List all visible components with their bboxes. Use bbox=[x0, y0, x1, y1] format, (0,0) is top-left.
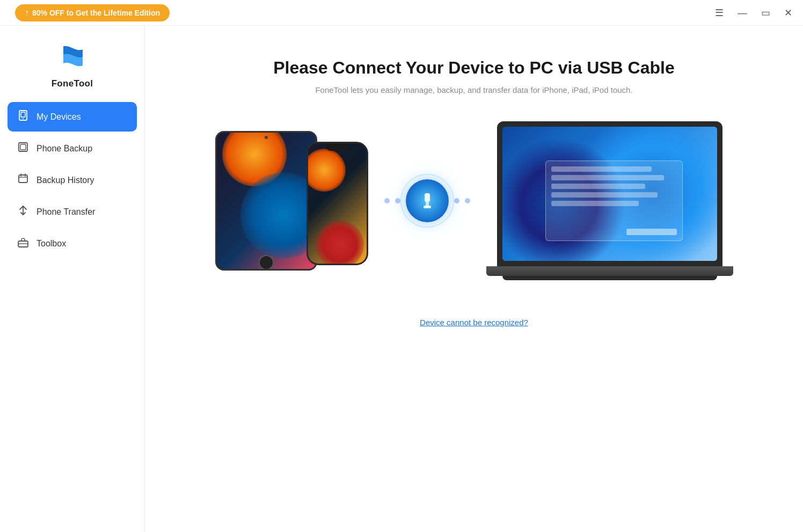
menu-button[interactable]: ☰ bbox=[713, 7, 726, 19]
app-window-row-1 bbox=[551, 166, 652, 172]
usb-icon-svg bbox=[418, 191, 437, 210]
phone-transfer-icon bbox=[17, 205, 29, 219]
my-devices-icon bbox=[17, 110, 29, 124]
sidebar-item-phone-backup[interactable]: Phone Backup bbox=[8, 134, 137, 163]
logo-area: FoneTool bbox=[0, 26, 144, 102]
maximize-button[interactable]: ▭ bbox=[759, 7, 772, 19]
sidebar-item-toolbox-label: Toolbox bbox=[36, 239, 66, 249]
phone-backup-icon bbox=[17, 141, 29, 156]
page-subtitle: FoneTool lets you easily manage, backup,… bbox=[315, 85, 632, 94]
connector-dot-3 bbox=[454, 198, 459, 203]
svg-rect-14 bbox=[424, 206, 431, 208]
nav-list: My Devices Phone Backup bbox=[0, 102, 144, 258]
win11-wallpaper bbox=[502, 127, 717, 261]
sidebar-item-phone-transfer[interactable]: Phone Transfer bbox=[8, 197, 137, 227]
ipad-camera bbox=[265, 136, 268, 139]
iphone-notch bbox=[325, 143, 349, 151]
connector-dot-1 bbox=[384, 198, 390, 203]
main-content: Please Connect Your Device to PC via USB… bbox=[145, 26, 803, 532]
ipad-device bbox=[215, 131, 317, 271]
connector-dot-4 bbox=[465, 198, 470, 203]
device-cannot-be-recognized-link[interactable]: Device cannot be recognized? bbox=[420, 318, 528, 327]
svg-rect-13 bbox=[426, 202, 429, 207]
ipad-screen bbox=[217, 133, 316, 269]
usb-connector-icon bbox=[406, 179, 449, 222]
laptop-bottom bbox=[502, 276, 717, 280]
sidebar-item-phone-backup-label: Phone Backup bbox=[36, 144, 92, 154]
app-body: FoneTool My Devices bbox=[0, 26, 803, 532]
connector-dot-2 bbox=[395, 198, 400, 203]
connector-area bbox=[384, 179, 470, 222]
svg-rect-5 bbox=[20, 144, 26, 150]
promo-label: 80% OFF to Get the Lifetime Edition bbox=[32, 9, 160, 17]
ipad-home-button bbox=[259, 255, 274, 270]
sidebar-item-phone-transfer-label: Phone Transfer bbox=[36, 207, 95, 217]
sidebar-item-backup-history-label: Backup History bbox=[36, 176, 94, 185]
device-group bbox=[215, 131, 368, 271]
title-bar: ↑ 80% OFF to Get the Lifetime Edition ☰ … bbox=[0, 0, 803, 26]
app-window-row-4 bbox=[551, 192, 658, 198]
illustration bbox=[232, 121, 716, 280]
svg-rect-12 bbox=[425, 193, 430, 202]
laptop-screen-outer bbox=[497, 121, 722, 266]
window-controls: ☰ — ▭ ✕ bbox=[713, 7, 794, 19]
sidebar-item-backup-history[interactable]: Backup History bbox=[8, 165, 137, 195]
iphone-device bbox=[306, 142, 368, 265]
iphone-screen bbox=[308, 143, 367, 264]
sidebar-item-my-devices[interactable]: My Devices bbox=[8, 102, 137, 132]
logo-text: FoneTool bbox=[52, 78, 93, 89]
svg-rect-2 bbox=[21, 112, 25, 117]
svg-rect-6 bbox=[19, 175, 27, 183]
laptop-base bbox=[486, 266, 733, 276]
app-window-overlay bbox=[545, 161, 683, 241]
laptop-device bbox=[486, 121, 733, 280]
svg-point-3 bbox=[23, 118, 24, 119]
laptop-screen-inner bbox=[502, 127, 717, 261]
app-window-row-5 bbox=[551, 201, 639, 206]
close-button[interactable]: ✕ bbox=[782, 7, 794, 19]
app-window-row-2 bbox=[551, 175, 665, 180]
toolbox-icon bbox=[17, 236, 29, 251]
backup-history-icon bbox=[17, 173, 29, 187]
promo-arrow-icon: ↑ bbox=[25, 8, 29, 18]
page-title: Please Connect Your Device to PC via USB… bbox=[273, 58, 675, 78]
sidebar: FoneTool My Devices bbox=[0, 26, 145, 532]
app-window-row-3 bbox=[551, 184, 646, 189]
sidebar-item-toolbox[interactable]: Toolbox bbox=[8, 229, 137, 258]
app-window-button bbox=[626, 229, 677, 235]
app-logo-icon bbox=[56, 41, 89, 74]
sidebar-item-my-devices-label: My Devices bbox=[36, 112, 81, 122]
minimize-button[interactable]: — bbox=[735, 7, 749, 19]
promo-button[interactable]: ↑ 80% OFF to Get the Lifetime Edition bbox=[15, 4, 170, 21]
